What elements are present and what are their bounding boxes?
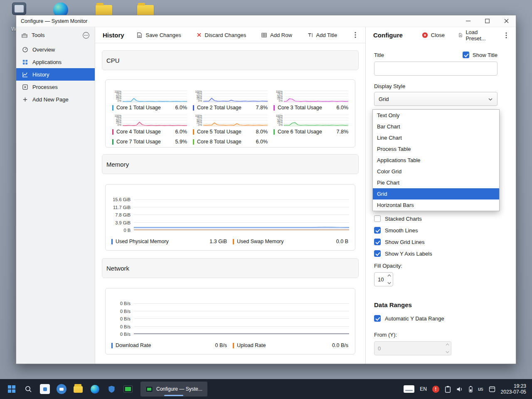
close-window-button[interactable] <box>497 15 516 27</box>
windows-logo-icon <box>8 385 15 393</box>
sidebar-item-applications[interactable]: Applications <box>16 56 95 68</box>
core-3-chart <box>284 91 348 102</box>
keyboard-layout-indicator[interactable]: us <box>478 386 483 392</box>
configure-overflow-button[interactable] <box>502 30 511 41</box>
dropdown-option-text-only[interactable]: Text Only <box>373 110 499 121</box>
fill-opacity-spinbox[interactable]: 10 <box>374 272 393 286</box>
checkbox <box>374 239 381 245</box>
play-icon <box>22 84 28 90</box>
taskbar-clock[interactable]: 19:23 2023-07-05 <box>501 383 526 395</box>
chat-icon <box>57 384 66 394</box>
cpu-section-header: CPU <box>102 50 359 70</box>
dropdown-option-process-table[interactable]: Process Table <box>373 143 499 155</box>
cpu-mini-axis: 100% 75% 50% 25% 0% <box>193 115 203 126</box>
display-style-select[interactable]: Grid <box>374 92 498 106</box>
show-y-axis-labels-checkbox[interactable]: Show Y Axis Labels <box>374 250 498 257</box>
show-title-label: Show Title <box>473 52 498 58</box>
add-row-button[interactable]: Add Row <box>259 30 295 40</box>
desktop-icon-app[interactable] <box>10 2 28 15</box>
legend-marker <box>111 239 113 244</box>
kebab-icon <box>505 32 507 39</box>
checkbox <box>374 315 381 322</box>
search-button[interactable] <box>21 382 36 397</box>
checkbox <box>463 52 469 58</box>
notification-badge-icon[interactable]: ! <box>432 386 439 393</box>
memory-chart <box>134 200 349 230</box>
sidebar-item-history[interactable]: History <box>16 68 95 81</box>
smooth-lines-checkbox[interactable]: Smooth Lines <box>374 227 498 234</box>
sidebar-item-overview[interactable]: Overview <box>16 43 95 56</box>
taskbar-app-chat[interactable] <box>54 382 69 397</box>
show-title-checkbox[interactable]: Show Title <box>463 52 498 58</box>
taskbar-task-configure[interactable]: Configure — Syste... <box>140 382 207 397</box>
tray-panel-icon[interactable] <box>489 386 495 392</box>
spin-up-icon[interactable] <box>387 274 391 277</box>
desktop-icon-folder-2[interactable] <box>136 2 155 16</box>
legend-marker <box>273 129 275 135</box>
taskbar-app-monitor[interactable] <box>121 382 135 397</box>
spin-down-icon[interactable] <box>387 282 391 284</box>
sidebar-overflow-icon[interactable] <box>82 32 90 39</box>
battery-icon[interactable] <box>469 386 473 393</box>
load-preset-button[interactable]: Load Preset... <box>456 27 493 43</box>
title-input[interactable] <box>374 62 498 76</box>
legend-label: Used Physical Memory <box>116 239 169 244</box>
cpu-core-cell: Core 7 Total Usage 5.9% <box>112 139 187 145</box>
dropdown-option-color-grid[interactable]: Color Grid <box>373 166 499 177</box>
close-label: Close <box>431 32 445 38</box>
sidebar-item-processes[interactable]: Processes <box>16 81 95 93</box>
show-grid-lines-checkbox[interactable]: Show Grid Lines <box>374 239 498 245</box>
dropdown-option-pie-chart[interactable]: Pie Chart <box>373 177 499 188</box>
taskbar-app-edge[interactable] <box>87 382 102 397</box>
gauge-icon <box>22 46 28 53</box>
checkbox-label: Stacked Charts <box>385 216 422 222</box>
dropdown-option-horizontal-bars[interactable]: Horizontal Bars <box>373 200 499 211</box>
legend-value: 5.9% <box>175 139 187 145</box>
start-button[interactable] <box>4 382 19 397</box>
sidebar-item-add-new-page[interactable]: Add New Page <box>16 93 95 106</box>
cpu-mini-axis: 100% 75% 50% 25% 0% <box>193 91 203 102</box>
network-legend-upload: Upload Rate 0.0 B/s <box>233 342 349 348</box>
dropdown-option-grid[interactable]: Grid <box>373 188 499 200</box>
touch-keyboard-icon[interactable] <box>404 385 414 393</box>
stacked-charts-checkbox[interactable]: Stacked Charts <box>374 215 498 222</box>
maximize-button[interactable] <box>478 15 497 27</box>
taskbar-app-store[interactable] <box>104 382 119 397</box>
axis-label: 7.8 GiB <box>111 212 131 217</box>
checkbox <box>374 215 381 222</box>
table-icon <box>261 32 267 38</box>
fill-opacity-label: Fill Opacity: <box>374 263 498 269</box>
minimize-button[interactable] <box>458 15 478 27</box>
legend-value: 6.0% <box>175 129 187 135</box>
desktop-icon-folder-1[interactable] <box>95 2 113 16</box>
axis-label: 0 B/s <box>111 324 131 329</box>
discard-changes-button[interactable]: Discard Changes <box>194 30 249 40</box>
clipboard-icon[interactable] <box>445 386 451 393</box>
main-panel: History Save Changes Discard Changes Add… <box>95 27 365 364</box>
taskbar-app-widgets[interactable] <box>37 382 52 397</box>
titlebar[interactable]: Configure — System Monitor <box>16 15 516 27</box>
legend-marker <box>111 343 113 348</box>
volume-icon[interactable] <box>456 386 463 392</box>
legend-value: 7.8% <box>337 129 349 135</box>
add-title-button[interactable]: Add Title <box>305 30 340 40</box>
taskbar-app-files[interactable] <box>71 382 86 397</box>
add-title-label: Add Title <box>316 32 337 38</box>
dropdown-option-line-chart[interactable]: Line Chart <box>373 132 499 143</box>
cpu-section-title: CPU <box>106 57 120 64</box>
close-icon <box>504 19 509 23</box>
dropdown-option-bar-chart[interactable]: Bar Chart <box>373 121 499 132</box>
close-configure-button[interactable]: Close <box>419 30 447 40</box>
axis-label: 11.7 GiB <box>111 205 131 210</box>
dropdown-option-applications-table[interactable]: Applications Table <box>373 155 499 166</box>
save-changes-button[interactable]: Save Changes <box>134 30 183 40</box>
automatic-y-data-range-checkbox[interactable]: Automatic Y Data Range <box>374 315 498 322</box>
language-indicator[interactable]: EN <box>420 386 427 392</box>
kebab-icon <box>355 32 356 38</box>
main-overflow-button[interactable] <box>350 29 361 41</box>
legend-label: Core 3 Total Usage <box>278 105 322 111</box>
sidebar-item-label: Processes <box>32 84 58 90</box>
widgets-icon <box>40 384 50 394</box>
cpu-core-cell: Core 8 Total Usage 6.0% <box>193 139 268 145</box>
monitor-icon <box>123 385 133 393</box>
